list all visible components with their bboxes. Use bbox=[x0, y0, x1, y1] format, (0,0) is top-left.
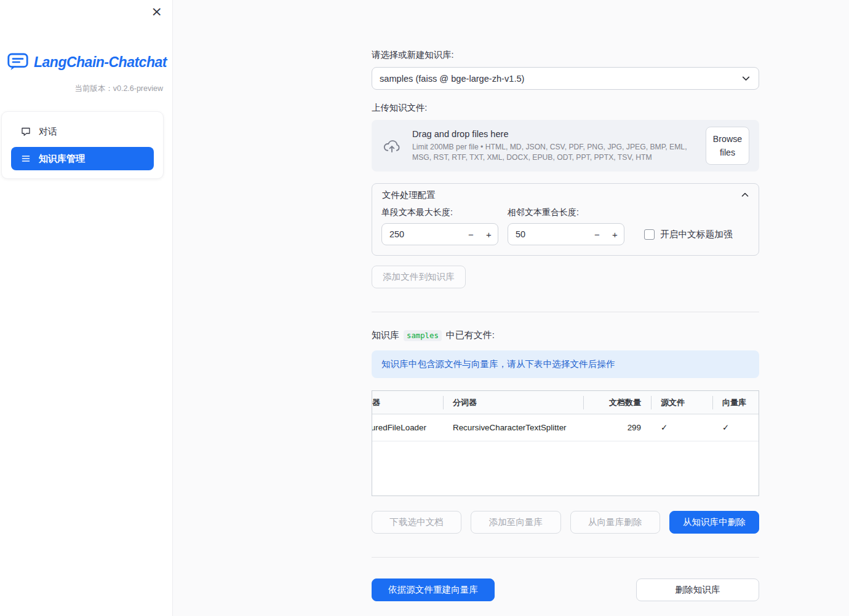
expander-title: 文件处理配置 bbox=[382, 189, 435, 201]
cell-splitter: RecursiveCharacterTextSplitter bbox=[443, 414, 583, 441]
delete-from-kb-button[interactable]: 从知识库中删除 bbox=[669, 511, 759, 534]
chat-bubble-icon bbox=[21, 127, 31, 136]
kb-select-label: 请选择或新建知识库: bbox=[372, 49, 759, 61]
content-column: 请选择或新建知识库: samples (faiss @ bge-large-zh… bbox=[372, 0, 759, 616]
kb-select[interactable]: samples (faiss @ bge-large-zh-v1.5) bbox=[372, 67, 759, 90]
menu-item-label: 知识库管理 bbox=[39, 153, 85, 165]
main-content: 请选择或新建知识库: samples (faiss @ bge-large-zh… bbox=[172, 0, 849, 616]
dropzone-limit: Limit 200MB per file • HTML, MD, JSON, C… bbox=[412, 142, 696, 162]
divider bbox=[372, 312, 759, 312]
increment-button[interactable]: + bbox=[480, 224, 498, 245]
zh-title-enhance-checkbox[interactable]: 开启中文标题加强 bbox=[644, 223, 733, 245]
sidebar-item-chat[interactable]: 对话 bbox=[11, 120, 154, 143]
upload-cloud-icon bbox=[381, 136, 402, 155]
cell-loader: UnstructuredFileLoader bbox=[372, 414, 443, 441]
column-header-loader[interactable]: 文档加载器 bbox=[372, 391, 443, 414]
column-header-source-file[interactable]: 源文件 bbox=[651, 391, 712, 414]
sidebar-menu: 对话 知识库管理 bbox=[1, 111, 164, 179]
kb-files-prefix: 知识库 bbox=[372, 330, 399, 341]
chevron-down-icon bbox=[741, 73, 751, 84]
number-value: 50 bbox=[508, 229, 588, 239]
expander-header[interactable]: 文件处理配置 bbox=[372, 184, 759, 206]
browse-files-button[interactable]: Browse files bbox=[706, 127, 749, 165]
file-action-buttons: 下载选中文档 添加至向量库 从向量库删除 从知识库中删除 bbox=[372, 511, 759, 534]
sidebar-item-knowledge-base[interactable]: 知识库管理 bbox=[11, 147, 154, 170]
sidebar: × LangChain-Chatchat 当前版本：v0.2.6-preview bbox=[0, 0, 172, 616]
table-header-row: 文档加载器 分词器 文档数量 源文件 向量库 bbox=[372, 391, 759, 414]
logo: LangChain-Chatchat bbox=[0, 0, 172, 71]
info-banner: 知识库中包含源文件与向量库，请从下表中选择文件后操作 bbox=[372, 350, 759, 378]
column-header-vector-store[interactable]: 向量库 bbox=[712, 391, 759, 414]
cell-vector-store-check: ✓ bbox=[712, 414, 759, 441]
delete-kb-button[interactable]: 删除知识库 bbox=[636, 578, 759, 601]
expander-body: 单段文本最大长度: 250 − + 相邻文本重合长度: 50 − + bbox=[372, 206, 759, 255]
decrement-button[interactable]: − bbox=[588, 224, 606, 245]
list-icon bbox=[21, 154, 31, 164]
chunk-overlap-input[interactable]: 50 − + bbox=[508, 223, 624, 245]
version-label: 当前版本：v0.2.6-preview bbox=[0, 84, 172, 94]
column-header-splitter[interactable]: 分词器 bbox=[443, 391, 583, 414]
app-root: × LangChain-Chatchat 当前版本：v0.2.6-preview bbox=[0, 0, 849, 616]
divider bbox=[372, 557, 759, 558]
chevron-up-icon bbox=[740, 190, 750, 200]
kb-action-buttons: 依据源文件重建向量库 删除知识库 bbox=[372, 578, 759, 601]
cell-source-file-check: ✓ bbox=[651, 414, 712, 441]
cell-doc-count: 299 bbox=[583, 414, 651, 441]
checkbox-box[interactable] bbox=[644, 229, 655, 240]
chunk-size-group: 单段文本最大长度: 250 − + bbox=[381, 207, 498, 245]
chunk-size-label: 单段文本最大长度: bbox=[381, 207, 498, 218]
chunk-size-input[interactable]: 250 − + bbox=[381, 223, 498, 245]
decrement-button[interactable]: − bbox=[462, 224, 480, 245]
kb-name-code: samples bbox=[404, 330, 442, 341]
dropzone-text: Drag and drop files here Limit 200MB per… bbox=[412, 129, 696, 162]
table-scroll-inner: 文档加载器 分词器 文档数量 源文件 向量库 UnstructuredFileL… bbox=[372, 391, 759, 441]
dropzone-title: Drag and drop files here bbox=[412, 129, 696, 139]
kb-files-heading: 知识库 samples 中已有文件: bbox=[372, 330, 759, 341]
file-dropzone[interactable]: Drag and drop files here Limit 200MB per… bbox=[372, 120, 759, 172]
logo-text: LangChain-Chatchat bbox=[34, 54, 167, 71]
increment-button[interactable]: + bbox=[606, 224, 624, 245]
download-selected-button[interactable]: 下载选中文档 bbox=[372, 511, 461, 534]
file-config-expander: 文件处理配置 单段文本最大长度: 250 − + bbox=[372, 183, 759, 256]
rebuild-vector-store-button[interactable]: 依据源文件重建向量库 bbox=[372, 578, 495, 601]
add-files-to-kb-button[interactable]: 添加文件到知识库 bbox=[372, 266, 466, 288]
kb-select-value: samples (faiss @ bge-large-zh-v1.5) bbox=[380, 74, 524, 84]
column-header-doc-count[interactable]: 文档数量 bbox=[583, 391, 651, 414]
table-row[interactable]: UnstructuredFileLoader RecursiveCharacte… bbox=[372, 414, 759, 441]
kb-files-suffix: 中已有文件: bbox=[446, 330, 495, 341]
upload-label: 上传知识文件: bbox=[372, 102, 759, 114]
delete-from-vector-store-button[interactable]: 从向量库删除 bbox=[570, 511, 660, 534]
checkbox-label: 开启中文标题加强 bbox=[660, 229, 733, 240]
chunk-overlap-label: 相邻文本重合长度: bbox=[508, 207, 624, 218]
sidebar-close-icon[interactable]: × bbox=[149, 2, 165, 21]
chat-logo-icon bbox=[7, 53, 28, 71]
files-table: 文档加载器 分词器 文档数量 源文件 向量库 UnstructuredFileL… bbox=[372, 390, 759, 496]
menu-item-label: 对话 bbox=[39, 126, 57, 138]
number-value: 250 bbox=[382, 229, 462, 239]
add-to-vector-store-button[interactable]: 添加至向量库 bbox=[471, 511, 560, 534]
chunk-overlap-group: 相邻文本重合长度: 50 − + bbox=[508, 207, 624, 245]
